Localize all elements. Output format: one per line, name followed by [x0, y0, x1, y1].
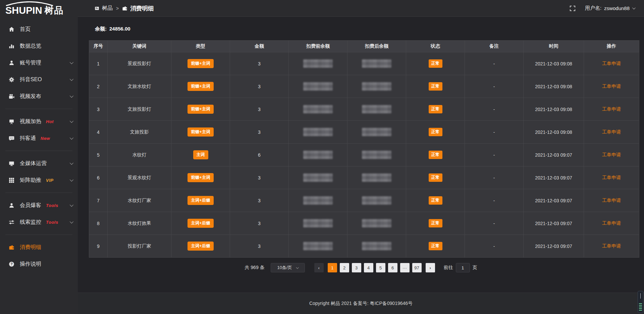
topbar-right: 用户名: zswodun88 — [570, 5, 635, 11]
table-body: 1 景观投影灯 前缀+主词 3 正常 - 2021-12-03 09:08 工单… — [89, 52, 639, 258]
page-button-97[interactable]: 97 — [412, 263, 422, 272]
sidebar-item-账号管理[interactable]: 账号管理 — [0, 54, 78, 71]
cell-time: 2021-12-03 09:07 — [524, 189, 584, 212]
sidebar-item-会员爆客[interactable]: 会员爆客 Tools — [0, 197, 78, 214]
cell-balance-after — [347, 52, 406, 75]
cell-balance-before — [289, 98, 347, 121]
sidebar-item-label: 首页 — [20, 26, 31, 33]
column-header-扣费后余额: 扣费后余额 — [347, 41, 406, 52]
cell-keyword: 文旅投影 — [108, 121, 171, 144]
user-menu[interactable]: 用户名: zswodun88 — [585, 5, 635, 11]
cell-balance-before — [289, 52, 347, 75]
chevron-down-icon — [70, 203, 73, 207]
breadcrumb-root[interactable]: 树品 — [95, 5, 113, 12]
balance: 余额: 24856.00 — [95, 26, 644, 32]
cell-action: 工单申请 — [584, 52, 639, 75]
sidebar-item-抖客通[interactable]: 抖客通 New — [0, 130, 78, 147]
chevron-down-icon — [296, 266, 299, 269]
page-button-2[interactable]: 2 — [340, 263, 349, 272]
top-bar: 树品 > 消费明细 用户名: zswodun88 — [78, 0, 644, 17]
sidebar-item-视频加热[interactable]: 视频加热 Hot — [0, 113, 78, 130]
cell-type: 前缀+主词 — [171, 166, 230, 189]
column-header-扣费前余额: 扣费前余额 — [289, 41, 347, 52]
masked-balance-before — [303, 173, 333, 182]
cell-seq: 3 — [89, 98, 108, 121]
browser-extension-widget[interactable] — [638, 291, 643, 313]
sidebar-item-label: 抖客通 — [20, 135, 36, 142]
work-order-link[interactable]: 工单申请 — [602, 106, 621, 112]
breadcrumb-root-label: 树品 — [102, 5, 113, 12]
work-order-link[interactable]: 工单申请 — [602, 220, 621, 226]
masked-balance-after — [362, 196, 391, 205]
table-row: 8 水纹灯效果 主词+后缀 3 正常 - 2021-12-03 09:07 工单… — [89, 212, 639, 235]
work-order-link[interactable]: 工单申请 — [602, 198, 621, 203]
cell-keyword: 景观水纹灯 — [108, 166, 171, 189]
work-order-link[interactable]: 工单申请 — [602, 61, 621, 66]
sidebar-item-数据总览[interactable]: 数据总览 — [0, 38, 78, 54]
table-row: 4 文旅投影 前缀+主词 3 正常 - 2021-12-03 09:08 工单申… — [89, 121, 639, 144]
type-badge: 前缀+主词 — [187, 82, 213, 91]
sidebar-item-线索监控[interactable]: 线索监控 Tools — [0, 214, 78, 230]
work-order-link[interactable]: 工单申请 — [602, 129, 621, 135]
sidebar-item-操作说明[interactable]: ? 操作说明 — [0, 256, 78, 272]
page-size-select[interactable]: 10条/页 — [271, 263, 305, 272]
wallet-icon — [9, 245, 15, 250]
chevron-down-icon — [70, 161, 73, 165]
username-value: zswodun88 — [604, 5, 630, 11]
table-row: 9 投影灯厂家 主词+后缀 3 正常 - 2021-12-03 09:07 工单… — [89, 235, 639, 258]
prev-page-button[interactable]: ‹ — [314, 263, 324, 272]
masked-balance-before — [303, 105, 333, 113]
work-order-link[interactable]: 工单申请 — [602, 175, 621, 180]
sidebar-item-全媒体运营[interactable]: 全媒体运营 — [0, 155, 78, 172]
cell-seq: 7 — [89, 189, 108, 212]
table-row: 7 水纹灯厂家 主词+后缀 3 正常 - 2021-12-03 09:07 工单… — [89, 189, 639, 212]
sidebar: SHUPIN 树品 首页 数据总览 账号管理 抖音SEO 视频发布 视频加热 H… — [0, 0, 78, 314]
page-button-4[interactable]: 4 — [364, 263, 373, 272]
goto-page: 前往 页 — [444, 263, 477, 272]
cell-remark: - — [465, 52, 524, 75]
fullscreen-icon[interactable] — [570, 5, 576, 11]
cell-type: 主词+后缀 — [171, 235, 230, 258]
cell-action: 工单申请 — [584, 144, 639, 166]
brand-logo[interactable]: SHUPIN 树品 — [0, 0, 78, 21]
page-button-1[interactable]: 1 — [328, 263, 337, 272]
sidebar-item-抖音SEO[interactable]: 抖音SEO — [0, 71, 78, 88]
type-badge: 主词+后缀 — [187, 242, 213, 251]
chevron-down-icon — [70, 220, 73, 223]
cell-type: 前缀+主词 — [171, 52, 230, 75]
logo-text-cn: 树品 — [45, 4, 64, 16]
page-more-button[interactable]: ··· — [400, 263, 410, 272]
cell-amount: 3 — [230, 52, 289, 75]
breadcrumb-current[interactable]: 消费明细 — [122, 4, 154, 12]
sidebar-item-首页[interactable]: 首页 — [0, 21, 78, 38]
consumption-table: 序号关键词类型金额扣费前余额扣费后余额状态备注时间操作 1 景观投影灯 前缀+主… — [89, 40, 639, 258]
cell-keyword: 景观投影灯 — [108, 52, 171, 75]
goto-page-input[interactable] — [456, 263, 470, 272]
logo-text-en: SHUPIN — [5, 5, 42, 16]
page-button-6[interactable]: 6 — [388, 263, 397, 272]
sidebar-item-消费明细[interactable]: 消费明细 — [0, 239, 78, 256]
type-badge: 主词+后缀 — [187, 219, 213, 228]
work-order-link[interactable]: 工单申请 — [602, 84, 621, 89]
video-icon — [9, 94, 15, 99]
work-order-link[interactable]: 工单申请 — [602, 152, 621, 157]
sidebar-item-视频发布[interactable]: 视频发布 — [0, 88, 78, 105]
page-button-5[interactable]: 5 — [376, 263, 385, 272]
chevron-down-icon — [70, 136, 73, 140]
cell-status: 正常 — [406, 189, 465, 212]
column-header-备注: 备注 — [465, 41, 524, 52]
page-size-value: 10条/页 — [277, 265, 292, 271]
cell-seq: 8 — [89, 212, 108, 235]
masked-balance-before — [303, 196, 333, 205]
next-page-button[interactable]: › — [426, 263, 435, 272]
cell-balance-before — [289, 212, 347, 235]
cell-seq: 5 — [89, 144, 108, 166]
sidebar-item-矩阵助推[interactable]: 矩阵助推 VIP — [0, 172, 78, 189]
column-header-类型: 类型 — [171, 41, 230, 52]
sidebar-item-badge: VIP — [46, 178, 53, 183]
page-button-3[interactable]: 3 — [352, 263, 361, 272]
work-order-link[interactable]: 工单申请 — [602, 243, 621, 249]
masked-balance-after — [362, 219, 391, 227]
cell-action: 工单申请 — [584, 235, 639, 258]
cell-balance-after — [347, 144, 406, 166]
